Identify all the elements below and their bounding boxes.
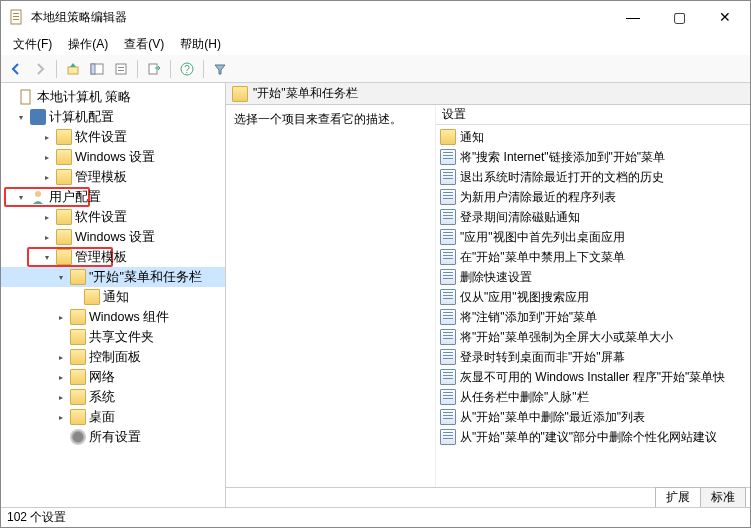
back-button[interactable]: [5, 58, 27, 80]
tree-user-config[interactable]: ▾ 用户配置: [1, 187, 225, 207]
expand-icon[interactable]: ▸: [41, 171, 53, 183]
help-button[interactable]: ?: [176, 58, 198, 80]
list-setting-item[interactable]: 将"开始"菜单强制为全屏大小或菜单大小: [436, 327, 750, 347]
tree-item[interactable]: ▸管理模板: [1, 167, 225, 187]
expand-icon[interactable]: ▸: [41, 151, 53, 163]
column-header-label: 设置: [442, 106, 466, 123]
setting-icon: [440, 389, 456, 405]
svg-rect-10: [149, 64, 157, 74]
expand-icon[interactable]: ▸: [55, 311, 67, 323]
tree-computer-config[interactable]: ▾ 计算机配置: [1, 107, 225, 127]
tabs: 扩展 标准: [226, 487, 750, 507]
folder-icon: [70, 329, 86, 345]
list-item-label: 灰显不可用的 Windows Installer 程序"开始"菜单快: [460, 369, 725, 386]
description-text: 选择一个项目来查看它的描述。: [234, 112, 402, 126]
list-setting-item[interactable]: 登录时转到桌面而非"开始"屏幕: [436, 347, 750, 367]
list-item-label: 通知: [460, 129, 484, 146]
menu-view[interactable]: 查看(V): [116, 34, 172, 55]
separator: [137, 60, 138, 78]
setting-icon: [440, 349, 456, 365]
tree-label: 控制面板: [89, 349, 141, 366]
tree-admin-templates[interactable]: ▾管理模板: [1, 247, 225, 267]
list-setting-item[interactable]: 从"开始"菜单中删除"最近添加"列表: [436, 407, 750, 427]
forward-button[interactable]: [29, 58, 51, 80]
list-setting-item[interactable]: 将"注销"添加到"开始"菜单: [436, 307, 750, 327]
tree-item[interactable]: ▸软件设置: [1, 207, 225, 227]
list-setting-item[interactable]: 将"搜索 Internet"链接添加到"开始"菜单: [436, 147, 750, 167]
show-hide-tree-button[interactable]: [86, 58, 108, 80]
menu-help[interactable]: 帮助(H): [172, 34, 229, 55]
tree-item[interactable]: ▸控制面板: [1, 347, 225, 367]
menu-action[interactable]: 操作(A): [60, 34, 116, 55]
expand-icon[interactable]: ▾: [41, 251, 53, 263]
list-item-label: 删除快速设置: [460, 269, 532, 286]
expand-icon[interactable]: [3, 91, 15, 103]
expand-icon[interactable]: ▸: [41, 231, 53, 243]
list-setting-item[interactable]: 仅从"应用"视图搜索应用: [436, 287, 750, 307]
list-setting-item[interactable]: 在"开始"菜单中禁用上下文菜单: [436, 247, 750, 267]
list-setting-item[interactable]: 退出系统时清除最近打开的文档的历史: [436, 167, 750, 187]
title-bar: 本地组策略编辑器 ― ▢ ✕: [1, 1, 750, 33]
tree-label: 软件设置: [75, 209, 127, 226]
tree-item[interactable]: 所有设置: [1, 427, 225, 447]
export-button[interactable]: [143, 58, 165, 80]
list-setting-item[interactable]: 从任务栏中删除"人脉"栏: [436, 387, 750, 407]
folder-icon: [70, 409, 86, 425]
folder-icon: [56, 209, 72, 225]
details-header: "开始"菜单和任务栏: [226, 83, 750, 105]
details-title: "开始"菜单和任务栏: [253, 85, 358, 102]
tree-pane[interactable]: 本地计算机 策略 ▾ 计算机配置 ▸软件设置 ▸Windows 设置 ▸管理模板…: [1, 83, 226, 507]
expand-icon[interactable]: ▸: [55, 391, 67, 403]
properties-button[interactable]: [110, 58, 132, 80]
list-setting-item[interactable]: 从"开始"菜单的"建议"部分中删除个性化网站建议: [436, 427, 750, 447]
tree-label: 所有设置: [89, 429, 141, 446]
description-column: 选择一个项目来查看它的描述。: [226, 105, 436, 487]
list-folder-item[interactable]: 通知: [436, 127, 750, 147]
folder-icon: [70, 389, 86, 405]
expand-icon[interactable]: ▸: [55, 351, 67, 363]
expand-icon[interactable]: ▾: [15, 111, 27, 123]
close-button[interactable]: ✕: [702, 1, 748, 33]
tree-item[interactable]: ▸Windows 设置: [1, 147, 225, 167]
settings-list[interactable]: 通知将"搜索 Internet"链接添加到"开始"菜单退出系统时清除最近打开的文…: [436, 125, 750, 487]
list-setting-item[interactable]: 删除快速设置: [436, 267, 750, 287]
tree-item[interactable]: 共享文件夹: [1, 327, 225, 347]
list-setting-item[interactable]: "应用"视图中首先列出桌面应用: [436, 227, 750, 247]
minimize-button[interactable]: ―: [610, 1, 656, 33]
computer-icon: [30, 109, 46, 125]
tree-item[interactable]: 通知: [1, 287, 225, 307]
folder-icon: [84, 289, 100, 305]
list-setting-item[interactable]: 灰显不可用的 Windows Installer 程序"开始"菜单快: [436, 367, 750, 387]
up-button[interactable]: [62, 58, 84, 80]
tree-item[interactable]: ▸Windows 设置: [1, 227, 225, 247]
svg-rect-6: [91, 64, 95, 74]
tree-start-taskbar[interactable]: ▾"开始"菜单和任务栏: [1, 267, 225, 287]
maximize-button[interactable]: ▢: [656, 1, 702, 33]
tree-item[interactable]: ▸软件设置: [1, 127, 225, 147]
tree-item[interactable]: ▸桌面: [1, 407, 225, 427]
filter-button[interactable]: [209, 58, 231, 80]
list-item-label: 从"开始"菜单的"建议"部分中删除个性化网站建议: [460, 429, 717, 446]
tree-label: 软件设置: [75, 129, 127, 146]
list-item-label: 登录时转到桌面而非"开始"屏幕: [460, 349, 625, 366]
tree-item[interactable]: ▸网络: [1, 367, 225, 387]
tree-item[interactable]: ▸系统: [1, 387, 225, 407]
expand-icon[interactable]: ▾: [55, 271, 67, 283]
expand-icon[interactable]: ▸: [41, 131, 53, 143]
toolbar: ?: [1, 55, 750, 83]
folder-open-icon: [70, 269, 86, 285]
tab-standard[interactable]: 标准: [700, 487, 746, 507]
tree-root[interactable]: 本地计算机 策略: [1, 87, 225, 107]
column-header-setting[interactable]: 设置: [436, 105, 750, 125]
tab-extended[interactable]: 扩展: [655, 487, 701, 507]
list-setting-item[interactable]: 为新用户清除最近的程序列表: [436, 187, 750, 207]
tree-label: 计算机配置: [49, 109, 114, 126]
expand-icon[interactable]: ▸: [55, 411, 67, 423]
expand-icon[interactable]: ▸: [55, 371, 67, 383]
expand-icon[interactable]: ▸: [41, 211, 53, 223]
menu-file[interactable]: 文件(F): [5, 34, 60, 55]
list-setting-item[interactable]: 登录期间清除磁贴通知: [436, 207, 750, 227]
expand-icon[interactable]: ▾: [15, 191, 27, 203]
window-title: 本地组策略编辑器: [31, 9, 610, 26]
tree-item[interactable]: ▸Windows 组件: [1, 307, 225, 327]
